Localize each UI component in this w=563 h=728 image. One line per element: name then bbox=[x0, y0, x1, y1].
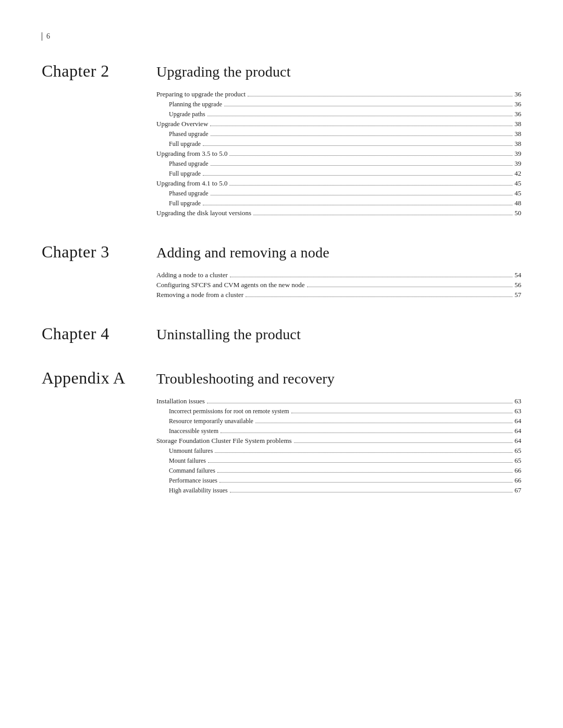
toc-page-number: 38 bbox=[515, 130, 521, 138]
chapter-title-4: Uninstalling the product bbox=[156, 326, 301, 343]
toc-entry: Adding a node to a cluster54 bbox=[156, 271, 521, 279]
toc-entry: Phased upgrade39 bbox=[156, 159, 521, 168]
toc-entry: Storage Foundation Cluster File System p… bbox=[156, 437, 521, 445]
toc-page-number: 63 bbox=[515, 407, 521, 415]
toc-entry-text: Full upgrade bbox=[169, 140, 201, 148]
toc-entry-text: Upgrade Overview bbox=[156, 120, 208, 128]
toc-entry: Phased upgrade45 bbox=[156, 189, 521, 198]
toc-entry-text: Upgrading from 3.5 to 5.0 bbox=[156, 150, 227, 158]
toc-page-number: 45 bbox=[515, 189, 521, 198]
toc-dots bbox=[207, 116, 512, 116]
toc-entry: Full upgrade42 bbox=[156, 169, 521, 178]
appendix-row-0: Appendix ATroubleshooting and recovery bbox=[42, 368, 521, 388]
toc-dots bbox=[246, 297, 512, 297]
chapter-title-2: Upgrading the product bbox=[156, 64, 291, 80]
toc-entry: Resource temporarily unavailable64 bbox=[156, 417, 521, 425]
chapter-entries-2: Preparing to upgrade the product36Planni… bbox=[156, 90, 521, 217]
toc-entry-text: Mount failures bbox=[169, 457, 206, 465]
chapter-row-3: Chapter 3Adding and removing a node bbox=[42, 242, 521, 262]
toc-entry-text: Full upgrade bbox=[169, 200, 201, 207]
toc-entry: Upgrade Overview38 bbox=[156, 120, 521, 128]
toc-page-number: 36 bbox=[515, 90, 521, 98]
toc-entry-text: Upgrade paths bbox=[169, 110, 205, 118]
chapter-title-3: Adding and removing a node bbox=[156, 244, 329, 261]
toc-dots bbox=[207, 403, 512, 403]
toc-dots bbox=[211, 135, 512, 136]
toc-page-number: 36 bbox=[515, 110, 521, 118]
toc-page-number: 57 bbox=[515, 291, 521, 299]
toc-page-number: 36 bbox=[515, 100, 521, 108]
toc-page-number: 64 bbox=[515, 427, 521, 435]
appendix-entries-0: Installation issues63Incorrect permissio… bbox=[156, 397, 521, 495]
toc-dots bbox=[230, 492, 512, 492]
toc-entry: Configuring SFCFS and CVM agents on the … bbox=[156, 281, 521, 289]
toc-dots bbox=[219, 482, 512, 483]
toc-page-number: 66 bbox=[515, 476, 521, 485]
appendix-title-0: Troubleshooting and recovery bbox=[156, 371, 335, 387]
toc-page-number: 63 bbox=[515, 397, 521, 405]
toc-entry: Performance issues66 bbox=[156, 476, 521, 485]
toc-entry-text: Command failures bbox=[169, 467, 215, 475]
toc-dots bbox=[294, 442, 512, 443]
toc-entry-text: Preparing to upgrade the product bbox=[156, 90, 246, 98]
toc-entry: Mount failures65 bbox=[156, 456, 521, 465]
toc-entry: Installation issues63 bbox=[156, 397, 521, 405]
toc-entry: Preparing to upgrade the product36 bbox=[156, 90, 521, 98]
toc-entry-text: Phased upgrade bbox=[169, 190, 209, 198]
chapter-row-4: Chapter 4Uninstalling the product bbox=[42, 324, 521, 343]
toc-page-number: 56 bbox=[515, 281, 521, 289]
toc-page-number: 64 bbox=[515, 437, 521, 445]
toc-entry: Command failures66 bbox=[156, 466, 521, 475]
toc-page-number: 65 bbox=[515, 456, 521, 465]
page-number-container: 6 bbox=[42, 31, 521, 61]
toc-dots bbox=[203, 205, 512, 205]
toc-dots bbox=[203, 145, 512, 146]
chapter-label-3: Chapter 3 bbox=[42, 242, 156, 262]
table-of-contents: Chapter 2Upgrading the productPreparing … bbox=[42, 61, 521, 495]
toc-page-number: 66 bbox=[515, 466, 521, 475]
toc-entry: Removing a node from a cluster57 bbox=[156, 291, 521, 299]
toc-dots bbox=[208, 462, 512, 463]
toc-page-number: 39 bbox=[515, 159, 521, 168]
chapter-label-4: Chapter 4 bbox=[42, 324, 156, 343]
toc-dots bbox=[217, 472, 512, 473]
toc-entry: Upgrading from 4.1 to 5.045 bbox=[156, 179, 521, 188]
toc-dots bbox=[307, 287, 512, 287]
toc-page-number: 45 bbox=[515, 179, 521, 188]
toc-entry-text: Installation issues bbox=[156, 397, 205, 405]
toc-entry: Full upgrade38 bbox=[156, 140, 521, 148]
toc-entry-text: Inaccessible system bbox=[169, 427, 218, 435]
toc-entry: Upgrading the disk layout versions50 bbox=[156, 209, 521, 217]
toc-dots bbox=[221, 433, 512, 433]
toc-page-number: 54 bbox=[515, 271, 521, 279]
chapter-label-2: Chapter 2 bbox=[42, 61, 156, 81]
toc-entry-text: Storage Foundation Cluster File System p… bbox=[156, 437, 292, 445]
toc-page-number: 64 bbox=[515, 417, 521, 425]
toc-dots bbox=[230, 277, 512, 277]
toc-entry: Upgrade paths36 bbox=[156, 110, 521, 118]
toc-page-number: 38 bbox=[515, 120, 521, 128]
toc-dots bbox=[253, 215, 512, 215]
toc-dots bbox=[248, 96, 512, 96]
appendix-label-0: Appendix A bbox=[42, 368, 156, 388]
chapter-entries-3: Adding a node to a cluster54Configuring … bbox=[156, 271, 521, 299]
toc-entry-text: Phased upgrade bbox=[169, 160, 209, 168]
toc-entry-text: Adding a node to a cluster bbox=[156, 271, 228, 279]
toc-entry: Phased upgrade38 bbox=[156, 130, 521, 138]
toc-entry: Upgrading from 3.5 to 5.039 bbox=[156, 150, 521, 158]
toc-entry: Incorrect permissions for root on remote… bbox=[156, 407, 521, 415]
toc-entry-text: Upgrading from 4.1 to 5.0 bbox=[156, 179, 227, 188]
toc-entry-text: Resource temporarily unavailable bbox=[169, 417, 253, 425]
toc-dots bbox=[291, 413, 512, 413]
toc-entry: Inaccessible system64 bbox=[156, 427, 521, 435]
toc-entry-text: High availability issues bbox=[169, 487, 228, 495]
toc-dots bbox=[215, 452, 512, 453]
toc-entry-text: Phased upgrade bbox=[169, 130, 209, 138]
toc-entry-text: Removing a node from a cluster bbox=[156, 291, 243, 299]
toc-page-number: 48 bbox=[515, 199, 521, 207]
toc-page-number: 50 bbox=[515, 209, 521, 217]
toc-entry-text: Performance issues bbox=[169, 477, 217, 485]
page-number: 6 bbox=[42, 32, 50, 41]
toc-page-number: 38 bbox=[515, 140, 521, 148]
toc-entry: Unmount failures65 bbox=[156, 447, 521, 455]
